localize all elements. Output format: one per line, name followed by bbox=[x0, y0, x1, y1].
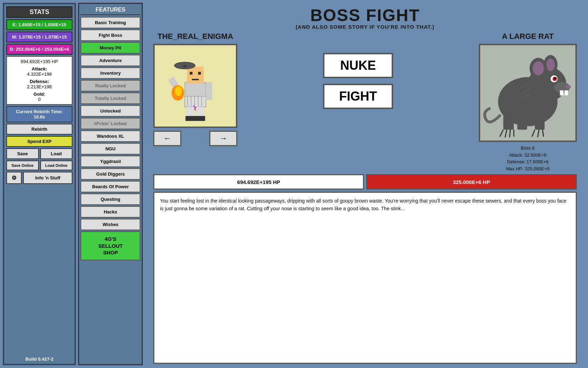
magic-bar: M: 1.078E+15 / 1.078E+15 bbox=[6, 32, 72, 42]
svg-line-40 bbox=[510, 130, 510, 137]
boss-defense: Defense: 17.500E+6 bbox=[506, 158, 550, 165]
content-area: BOSS FIGHT (AND ALSO SOME STORY IF YOU'R… bbox=[145, 3, 585, 365]
svg-rect-37 bbox=[535, 116, 545, 130]
svg-rect-19 bbox=[196, 107, 204, 117]
svg-point-25 bbox=[565, 85, 571, 89]
load-button[interactable]: Load bbox=[40, 148, 73, 159]
feature-hacks[interactable]: Hacks bbox=[80, 206, 140, 218]
svg-rect-10 bbox=[190, 72, 192, 75]
svg-rect-35 bbox=[503, 116, 514, 130]
gold-label: Gold: bbox=[10, 91, 69, 97]
svg-rect-16 bbox=[206, 82, 212, 100]
boss-hp-bar: 325.000E+6 HP bbox=[366, 174, 577, 190]
player-sprite bbox=[153, 44, 237, 128]
action-buttons: NUKE FIGHT bbox=[244, 32, 472, 109]
boss-maxhp: Max HP: 325.000E+6 bbox=[506, 165, 550, 172]
save-load-row: Save Load bbox=[6, 148, 72, 159]
player-hp-bar: 694.692E+195 HP bbox=[153, 174, 364, 190]
feature-adventure[interactable]: Adventure bbox=[80, 55, 140, 66]
svg-rect-9 bbox=[183, 66, 187, 67]
features-panel: FEATURES Basic Training Fight Boss Money… bbox=[78, 3, 143, 365]
feature-wandoos-xl[interactable]: Wandoos XL bbox=[80, 130, 140, 142]
svg-point-32 bbox=[533, 61, 544, 75]
svg-rect-12 bbox=[192, 79, 199, 80]
battle-area: THE_REAL_ENIGMA bbox=[146, 32, 584, 172]
svg-rect-29 bbox=[560, 90, 564, 95]
feature-basic-training[interactable]: Basic Training bbox=[80, 17, 140, 28]
nav-arrows: ← → bbox=[153, 131, 237, 146]
svg-rect-18 bbox=[187, 107, 194, 117]
page-title: BOSS FIGHT bbox=[146, 7, 584, 24]
feature-gold-diggers[interactable]: Gold Diggers bbox=[80, 168, 140, 180]
gear-button[interactable]: ⚙ bbox=[6, 172, 22, 184]
svg-line-38 bbox=[500, 130, 503, 137]
info-button[interactable]: Info 'n Stuff bbox=[23, 172, 72, 184]
online-row: Save Online Load Online bbox=[6, 161, 72, 170]
feature-money-pit[interactable]: Money Pit bbox=[80, 42, 140, 54]
boss-stats: Boss 6 Attack: 32.500E+6 Defense: 17.500… bbox=[506, 145, 550, 172]
defense-label: Defense: bbox=[10, 79, 69, 84]
svg-rect-11 bbox=[198, 72, 201, 75]
next-character-button[interactable]: → bbox=[209, 131, 237, 146]
player-section: THE_REAL_ENIGMA bbox=[153, 32, 237, 146]
spend-exp-button[interactable]: Spend EXP bbox=[6, 136, 72, 147]
svg-rect-36 bbox=[517, 116, 527, 130]
energy-bar: E: 1.650E+15 / 1.650E+15 bbox=[6, 19, 72, 30]
rebirth-value: 10.8s bbox=[10, 114, 69, 120]
feature-beards-of-power[interactable]: Beards Of Power bbox=[80, 181, 140, 192]
svg-rect-21 bbox=[195, 116, 205, 121]
story-box: You start feeling lost in the identical … bbox=[153, 192, 577, 364]
hp-bars-row: 694.692E+195 HP 325.000E+6 HP bbox=[146, 174, 584, 190]
save-online-button[interactable]: Save Online bbox=[6, 161, 39, 170]
feature-wishes[interactable]: Wishes bbox=[80, 219, 140, 230]
feature-sellout-shop[interactable]: 4G'S SELLOUT SHOP bbox=[80, 231, 140, 260]
rebirth-box: Current Rebirth Time: 10.8s bbox=[6, 106, 72, 122]
fight-button[interactable]: FIGHT bbox=[323, 84, 393, 109]
feature-fight-boss[interactable]: Fight Boss bbox=[80, 29, 140, 41]
svg-rect-20 bbox=[186, 116, 195, 121]
stats-box: 694.692E+195 HP Attack: 4.322E+198 Defen… bbox=[6, 56, 72, 105]
boss-level: Boss 6 bbox=[506, 145, 550, 152]
feature-hckin-locked[interactable]: H*ckin' Locked bbox=[80, 118, 140, 129]
feature-questing[interactable]: Questing bbox=[80, 193, 140, 205]
feature-totally-locked[interactable]: Totally Locked bbox=[80, 93, 140, 104]
svg-rect-7 bbox=[187, 67, 204, 83]
features-title: FEATURES bbox=[80, 5, 140, 15]
feature-ngu[interactable]: NGU bbox=[80, 143, 140, 155]
boss-sprite-svg bbox=[482, 46, 573, 140]
attack-value: 4.322E+198 bbox=[10, 71, 69, 77]
build-version: Build 0.427-2 bbox=[6, 354, 72, 362]
stats-title: STATS bbox=[6, 6, 72, 18]
gear-info-row: ⚙ Info 'n Stuff bbox=[6, 172, 72, 184]
feature-really-locked[interactable]: Really Locked bbox=[80, 80, 140, 91]
feature-unlocked[interactable]: Unlocked bbox=[80, 105, 140, 117]
rebirth-label: Current Rebirth Time: bbox=[10, 109, 69, 114]
feature-inventory[interactable]: Inventory bbox=[80, 67, 140, 79]
boss-sprite bbox=[479, 44, 577, 142]
rebirth-button[interactable]: Rebirth bbox=[6, 124, 72, 135]
boss-section: A LARGE RAT bbox=[479, 32, 577, 172]
load-online-button[interactable]: Load Online bbox=[40, 161, 73, 170]
svg-line-43 bbox=[538, 130, 539, 137]
boss-name: A LARGE RAT bbox=[502, 32, 554, 41]
gold-value: 0 bbox=[10, 97, 69, 102]
nuke-button[interactable]: NUKE bbox=[323, 53, 393, 78]
boss-attack: Attack: 32.500E+6 bbox=[506, 152, 550, 159]
svg-line-39 bbox=[505, 130, 507, 137]
feature-yggdrasil[interactable]: Yggdrasil bbox=[80, 156, 140, 167]
player-sprite-svg bbox=[160, 47, 230, 124]
save-button[interactable]: Save bbox=[6, 148, 39, 159]
svg-point-34 bbox=[546, 59, 555, 71]
attack-label: Attack: bbox=[10, 66, 69, 71]
defense-value: 2.213E+198 bbox=[10, 84, 69, 89]
svg-line-42 bbox=[532, 130, 535, 137]
stats-panel: STATS E: 1.650E+15 / 1.650E+15 M: 1.078E… bbox=[3, 3, 76, 365]
svg-point-28 bbox=[554, 77, 556, 79]
prev-character-button[interactable]: ← bbox=[153, 131, 181, 146]
page-subtitle: (AND ALSO SOME STORY IF YOU'RE INTO THAT… bbox=[146, 24, 584, 30]
player-name: THE_REAL_ENIGMA bbox=[158, 32, 233, 41]
player-hp-display: 694.692E+195 HP bbox=[10, 59, 69, 64]
svg-rect-30 bbox=[565, 90, 568, 95]
svg-line-44 bbox=[542, 130, 544, 137]
main-container: STATS E: 1.650E+15 / 1.650E+15 M: 1.078E… bbox=[0, 0, 588, 368]
